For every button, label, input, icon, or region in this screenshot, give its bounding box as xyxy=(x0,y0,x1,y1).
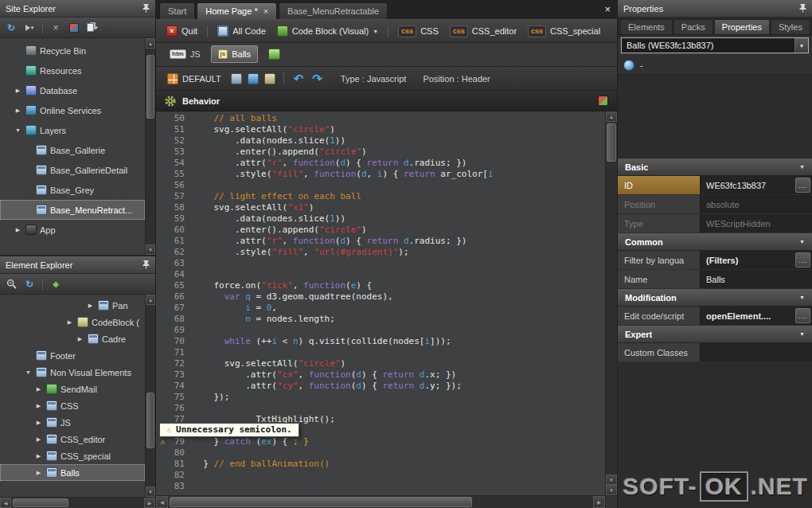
close-tab-icon[interactable]: × xyxy=(264,7,268,16)
pin-icon[interactable] xyxy=(799,4,806,13)
properties-tab-packs[interactable]: Packs xyxy=(673,19,713,34)
scrollbar-thumb[interactable] xyxy=(170,497,472,507)
code-tab-js[interactable]: htmJS xyxy=(162,45,208,63)
chevron-right-icon[interactable]: ▶ xyxy=(14,227,22,233)
site-explorer-vscrollbar[interactable]: ▲ ▼ xyxy=(145,38,155,255)
scroll-up-button[interactable]: ▲ xyxy=(146,295,155,305)
document-tab-start[interactable]: Start xyxy=(159,2,195,19)
scroll-left-button[interactable]: ◀ xyxy=(0,498,11,508)
tree-item-codeblock[interactable]: ▶CodeBlock ( xyxy=(0,314,145,330)
toolbar-button-quit[interactable]: ×Quit xyxy=(162,24,201,38)
new-code-tab-button[interactable] xyxy=(261,45,287,63)
scrollbar-thumb[interactable] xyxy=(13,498,68,507)
chevron-right-icon[interactable]: ▶ xyxy=(34,453,43,459)
property-section-basic[interactable]: Basic▼ xyxy=(618,158,812,176)
properties-tab-elements[interactable]: Elements xyxy=(620,19,673,34)
code-line-58[interactable]: 58 svg.selectAll("x1") xyxy=(156,202,605,213)
chevron-right-icon[interactable]: ▶ xyxy=(86,303,95,309)
selector-dropdown-button[interactable]: ▼ xyxy=(794,38,808,53)
scroll-up-button[interactable]: ▲ xyxy=(146,38,155,49)
properties-tab-properties[interactable]: Properties xyxy=(714,19,770,34)
code-tab-balls[interactable]: jsBalls xyxy=(211,45,259,63)
scrollbar-thumb[interactable] xyxy=(146,393,154,448)
code-line-81[interactable]: 81 } // end ballAnimation() xyxy=(156,459,605,470)
code-line-76[interactable]: 76 xyxy=(156,403,605,414)
code-line-83[interactable]: 83 xyxy=(156,481,605,492)
element-explorer-hscrollbar[interactable]: ◀ ▶ xyxy=(0,497,155,508)
code-line-60[interactable]: 60 .enter().append("circle") xyxy=(156,225,605,236)
code-line-55[interactable]: 55 .style("fill", function(d, i) { retur… xyxy=(156,169,605,180)
scrollbar-thumb[interactable] xyxy=(146,55,154,119)
document-tab-home-page[interactable]: Home Page *× xyxy=(197,2,277,19)
chevron-right-icon[interactable]: ▶ xyxy=(34,386,43,393)
property-row-type[interactable]: TypeWEScriptHidden xyxy=(618,214,812,233)
ellipsis-button[interactable]: ... xyxy=(795,308,810,323)
split-view-button[interactable]: ▼ xyxy=(606,485,617,495)
code-line-57[interactable]: 57 // light effect on each ball xyxy=(156,191,605,202)
scroll-right-button[interactable]: ▶ xyxy=(593,496,605,508)
globe-icon[interactable] xyxy=(623,60,634,71)
tree-item-css[interactable]: ▶CSS xyxy=(0,397,145,414)
code-lines[interactable]: ⚠ Unnecessary semicolon. 50 // all balls… xyxy=(156,111,605,495)
tree-item-app[interactable]: ▶App xyxy=(0,220,145,240)
pin-icon[interactable] xyxy=(142,4,150,13)
tree-item-css-editor[interactable]: ▶CSS_editor xyxy=(0,431,145,447)
new-snippet-icon[interactable] xyxy=(231,73,242,84)
code-vscrollbar[interactable]: ▲ ▼ ▼ xyxy=(605,111,617,495)
code-line-65[interactable]: 65 force.on("tick", function(e) { xyxy=(156,280,605,291)
chevron-right-icon[interactable]: ▶ xyxy=(34,420,43,426)
code-line-56[interactable]: 56 xyxy=(156,180,605,191)
code-line-62[interactable]: 62 .style("fill", "url(#gradient)"); xyxy=(156,247,605,258)
property-value[interactable]: openElement.... xyxy=(701,307,795,325)
scroll-down-button[interactable]: ▼ xyxy=(606,475,617,485)
code-line-80[interactable]: 80 xyxy=(156,447,605,459)
scroll-down-button[interactable]: ▼ xyxy=(146,487,155,497)
property-value[interactable]: WE63fc13b837 xyxy=(701,176,795,194)
code-line-72[interactable]: 72 svg.selectAll("circle") xyxy=(156,358,605,369)
chevron-right-icon[interactable]: ▶ xyxy=(34,403,43,409)
import-icon[interactable] xyxy=(248,73,259,84)
property-section-modification[interactable]: Modification▼ xyxy=(618,289,812,307)
tree-item-online-services[interactable]: ▶Online Services xyxy=(0,100,145,120)
delete-button[interactable]: × xyxy=(48,20,64,36)
tree-item-non-visual-elements[interactable]: ▼Non Visual Elements xyxy=(0,364,145,381)
theme-button[interactable] xyxy=(66,20,82,36)
property-section-common[interactable]: Common▼ xyxy=(618,233,812,251)
code-line-75[interactable]: 75 }); xyxy=(156,392,605,403)
scrollbar-track[interactable] xyxy=(146,49,155,244)
code-line-59[interactable]: 59 .data(nodes.slice(1)) xyxy=(156,213,605,225)
code-line-73[interactable]: 73 .attr("cx", function(d) { return d.x;… xyxy=(156,369,605,381)
tree-item-base-menuretract[interactable]: Base_MenuRetract... xyxy=(0,200,145,220)
tree-item-cadre[interactable]: ▶Cadre xyxy=(0,330,145,347)
code-line-51[interactable]: 51 svg.selectAll("circle") xyxy=(156,124,605,135)
close-document-icon[interactable]: × xyxy=(604,3,611,15)
tree-item-database[interactable]: ▶Database xyxy=(0,80,145,100)
scrollbar-track[interactable] xyxy=(11,498,144,508)
scrollbar-track[interactable] xyxy=(168,496,593,508)
tree-item-recycle-bin[interactable]: Recycle Bin xyxy=(0,41,145,61)
chevron-right-icon[interactable]: ▶ xyxy=(34,470,43,476)
toolbar-button-css[interactable]: cssCSS xyxy=(394,24,443,39)
code-hscrollbar[interactable]: ◀ ▶ xyxy=(156,495,617,508)
property-row-id[interactable]: IDWE63fc13b837... xyxy=(618,176,812,195)
tree-item-sendmail[interactable]: ▶SendMail xyxy=(0,381,145,397)
code-line-66[interactable]: 66 var q = d3.geom.quadtree(nodes), xyxy=(156,291,605,303)
scrollbar-thumb[interactable] xyxy=(607,123,616,162)
toolbar-button-all-code[interactable]: All Code xyxy=(213,24,270,38)
code-line-71[interactable]: 71 xyxy=(156,347,605,358)
ellipsis-button[interactable]: ... xyxy=(795,252,810,268)
ellipsis-button[interactable]: ... xyxy=(795,178,810,193)
chevron-down-icon[interactable]: ▼ xyxy=(14,127,22,133)
tree-item-css-special[interactable]: ▶CSS_special xyxy=(0,447,145,464)
tree-item-footer[interactable]: Footer xyxy=(0,347,145,364)
code-line-63[interactable]: 63 xyxy=(156,258,605,269)
code-editor[interactable]: ⚠ Unnecessary semicolon. 50 // all balls… xyxy=(156,111,617,495)
scrollbar-track[interactable] xyxy=(606,122,617,475)
undo-button[interactable]: ↶ xyxy=(292,72,306,84)
code-line-82[interactable]: 82 xyxy=(156,470,605,481)
tree-item-base-grey[interactable]: Base_Grey xyxy=(0,180,145,200)
refresh-button[interactable]: ↻ xyxy=(21,276,37,292)
tree-item-layers[interactable]: ▼Layers xyxy=(0,120,145,140)
scroll-right-button[interactable]: ▶ xyxy=(144,498,155,508)
code-line-53[interactable]: 53 .enter().append("circle") xyxy=(156,147,605,158)
